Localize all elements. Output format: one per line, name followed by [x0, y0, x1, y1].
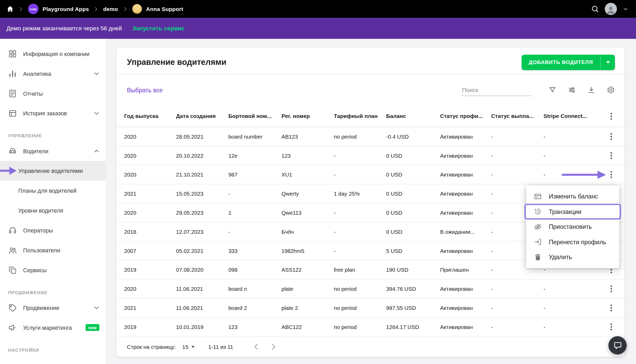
sidebar-item-operators[interactable]: Операторы — [0, 220, 106, 240]
next-page-icon[interactable] — [269, 342, 278, 351]
column-header[interactable]: Баланс — [386, 113, 440, 119]
row-menu-button[interactable] — [605, 299, 617, 317]
sidebar-item-marketing-services[interactable]: Услуги маркетинга new — [0, 317, 106, 337]
cell-board-number: 098 — [228, 267, 281, 273]
annotation-arrow-sidebar — [0, 165, 17, 176]
sidebar-item-order-history[interactable]: История заказов — [0, 103, 106, 123]
add-driver-dropdown[interactable] — [600, 54, 615, 70]
table-row[interactable]: 2019 10.01.2019 123 ABC122 no period 126… — [117, 317, 625, 337]
column-header[interactable]: Статус выпла... — [491, 113, 544, 119]
kebab-icon — [610, 288, 612, 289]
headset-icon — [8, 226, 17, 235]
cell-created: 20.10.2022 — [176, 152, 228, 158]
cell-board-number: 987 — [228, 172, 281, 178]
search-icon[interactable] — [591, 5, 599, 13]
select-all-link[interactable]: Выбрать все — [127, 87, 163, 93]
sidebar-item-driver-levels[interactable]: Уровни водителя — [0, 201, 106, 220]
previous-page-icon[interactable] — [252, 342, 261, 351]
rows-per-page-select[interactable]: 15 — [182, 344, 195, 350]
cell-balance: 0 USD — [386, 229, 440, 235]
sidebar-item-users[interactable]: Пользователи — [0, 240, 106, 260]
column-header[interactable]: Рег. номер — [281, 113, 334, 119]
menu-item-delete[interactable]: Удалить — [526, 249, 619, 265]
row-menu-button[interactable] — [605, 280, 617, 298]
breadcrumb-env[interactable]: demo — [103, 6, 118, 12]
user-avatar[interactable] — [605, 3, 617, 15]
sidebar-item-drivers[interactable]: Водители — [0, 141, 106, 161]
cell-balance: 997.55 USD — [386, 305, 440, 311]
table-settings-kebab[interactable] — [605, 105, 617, 127]
cell-profile-status: В ожидании... — [440, 229, 491, 235]
table-row[interactable]: 2020 11.06.2021 board n plate no period … — [117, 280, 625, 299]
table-toolbar: Выбрать все — [117, 75, 625, 105]
row-menu-button[interactable] — [605, 127, 617, 146]
table-row[interactable]: 2020 20.10.2022 12e 123 - 0 USD Активиро… — [117, 146, 625, 165]
chevron-up-icon — [93, 147, 100, 155]
table-row[interactable]: 2020 28.05.2021 board number AB123 no pe… — [117, 127, 625, 146]
cell-board-number: 123 — [228, 324, 281, 330]
column-header[interactable]: Статус профи... — [440, 113, 491, 119]
company-info-icon — [8, 49, 17, 58]
menu-item-transactions[interactable]: Транзакции — [526, 204, 619, 219]
home-icon[interactable] — [7, 5, 14, 13]
row-menu-button[interactable] — [605, 146, 617, 165]
sidebar-item-company-info[interactable]: Информация о компании — [0, 44, 106, 64]
table-row[interactable]: 2020 21.10.2021 987 XU1 - 0 USD Активиро… — [117, 165, 625, 184]
caret-down-icon — [606, 61, 610, 63]
add-driver-button[interactable]: ДОБАВИТЬ ВОДИТЕЛЯ — [521, 54, 615, 70]
cell-created: 29.05.2023 — [176, 210, 228, 216]
chevron-down-icon — [93, 70, 100, 77]
cell-plan: no period — [334, 324, 386, 330]
kebab-icon — [610, 269, 612, 271]
launch-service-link[interactable]: Запустить сервис — [132, 25, 185, 32]
cell-created: 12.07.2023 — [176, 229, 228, 235]
sidebar-item-promotion[interactable]: Продвижение — [0, 298, 106, 318]
cell-balance: 190 USD — [386, 267, 440, 273]
column-header[interactable]: Тарифный план — [334, 113, 386, 119]
cell-plan: no period — [334, 133, 386, 139]
menu-item-edit-balance[interactable]: Изменить баланс — [526, 189, 619, 204]
eye-off-icon — [534, 223, 542, 231]
breadcrumb: onde Playground Apps demo Anna Support — [7, 4, 591, 14]
users-icon — [8, 246, 17, 255]
chevron-down-icon[interactable] — [623, 6, 629, 12]
row-menu-button[interactable] — [605, 317, 617, 336]
cell-profile-status: Активирован — [440, 305, 491, 311]
cell-stripe: - — [544, 133, 605, 139]
cell-profile-status: Активирован — [440, 248, 491, 254]
cell-plan: - — [334, 229, 386, 235]
chevron-down-icon — [93, 110, 100, 117]
cell-plan: - — [334, 152, 386, 158]
cell-year: 2018 — [124, 229, 176, 235]
cell-board-number: board n — [228, 286, 281, 292]
settings-gear-icon[interactable] — [607, 86, 615, 94]
cell-plan: free plan — [334, 267, 386, 273]
filter-icon[interactable] — [548, 86, 556, 94]
tag-icon — [8, 303, 17, 312]
menu-item-suspend[interactable]: Приостановить — [526, 219, 619, 234]
sidebar-section-settings: НАСТРОЙКИ — [0, 337, 106, 355]
chat-fab-button[interactable] — [609, 336, 627, 355]
chevron-down-icon — [93, 304, 100, 311]
column-header[interactable]: Бортовой ном... — [228, 113, 281, 119]
download-icon[interactable] — [587, 86, 595, 94]
column-header[interactable]: Дата создания — [176, 113, 228, 119]
sidebar-item-driver-plans[interactable]: Планы для водителей — [0, 181, 106, 201]
column-header[interactable]: Год выпуска — [124, 113, 176, 119]
sidebar-item-reports[interactable]: Отчеты — [0, 83, 106, 103]
breadcrumb-user[interactable]: Anna Support — [146, 6, 183, 12]
column-header[interactable]: Stripe Connect... — [544, 113, 605, 119]
new-badge: new — [85, 324, 99, 331]
sidebar-item-services[interactable]: Сервисы — [0, 260, 106, 280]
sidebar-section-promotion: ПРОДВИЖЕНИЕ — [0, 280, 106, 298]
search-input[interactable] — [461, 84, 532, 96]
breadcrumb-app[interactable]: Playground Apps — [43, 6, 89, 12]
cell-balance: 5 USD — [386, 248, 440, 254]
cell-payout-status: - — [491, 286, 544, 292]
sidebar-item-analytics[interactable]: Аналитика — [0, 64, 106, 83]
tune-icon[interactable] — [568, 86, 576, 94]
cell-reg-number: plate 2 — [281, 305, 334, 311]
row-menu-button[interactable] — [605, 165, 617, 184]
menu-item-transfer-profile[interactable]: Перенести профиль — [526, 234, 619, 249]
table-row[interactable]: 2021 11.06.2021 board 2 plate 2 no perio… — [117, 299, 625, 318]
